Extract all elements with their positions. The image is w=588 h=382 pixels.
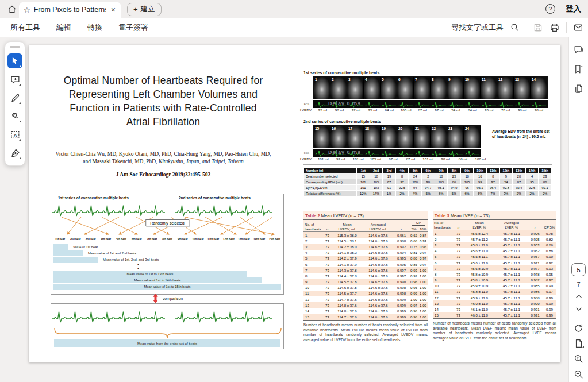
cell: 0.96 xyxy=(418,244,428,249)
pen-icon xyxy=(10,92,21,103)
cell: 0.96 xyxy=(409,279,418,285)
rotate-view-button[interactable] xyxy=(573,323,584,334)
cell: 4 xyxy=(303,250,323,256)
bookmarks-panel-button[interactable] xyxy=(573,64,584,75)
next-page-button[interactable] xyxy=(574,305,583,313)
document-viewport[interactable]: Optimal Number of Heartbeats Required fo… xyxy=(0,37,568,382)
comparison-row: comparison xyxy=(51,294,284,303)
menu-item-2[interactable]: 轉換 xyxy=(87,22,102,33)
lvedv-value: 98 mL xyxy=(437,157,455,161)
beat-label: 5th beat xyxy=(114,238,129,241)
search-button[interactable] xyxy=(510,22,520,32)
zoom-in-button[interactable] xyxy=(573,353,584,364)
cell: 0.99 xyxy=(543,306,556,312)
page-thumbnails-button[interactable] xyxy=(573,83,584,94)
print-button[interactable] xyxy=(549,22,560,33)
cell: 114.7 ± 37.6 xyxy=(332,296,363,302)
row-label: Corresponding EDV (mL) xyxy=(304,179,357,185)
cell: 97 xyxy=(395,179,409,185)
beats-table-row: Σ[n=1,n]EDV/n1011039192.59494.796.194.99… xyxy=(304,185,552,191)
menu-item-1[interactable]: 編輯 xyxy=(56,22,71,33)
comment-tool[interactable] xyxy=(7,72,22,87)
cell: 0.98 xyxy=(409,308,418,314)
table-row: 37345.8 ± 11.045.7 ± 11.10.9530.86 xyxy=(433,242,556,248)
table-row: 17345.5 ± 12.445.7 ± 11.10.9060.78 xyxy=(433,230,556,237)
highlight-tool[interactable] xyxy=(7,90,22,105)
bookmark-icon xyxy=(573,64,584,75)
lvedv-value: 67 mL xyxy=(385,157,402,161)
document-tab[interactable]: ☆ From Pixels to Patterns... × xyxy=(19,2,121,18)
cell: 0.994 xyxy=(394,250,409,256)
fill-sign-tool[interactable] xyxy=(7,145,22,160)
beat-number: 4 xyxy=(365,78,367,82)
authors-line2: and Masaaki Takeuchi, MD, PhD, Kitakyush… xyxy=(29,158,298,165)
lvedv-value: 100 mL xyxy=(472,157,490,161)
favorite-star-icon[interactable]: ☆ xyxy=(24,6,30,14)
home-button[interactable] xyxy=(5,2,20,17)
tab-close-icon[interactable]: × xyxy=(110,6,117,14)
menu-items: 所有工具編輯轉換電子簽署 xyxy=(10,18,148,37)
sign-in-button[interactable]: 登入 xyxy=(566,4,581,14)
select-tool[interactable] xyxy=(7,53,22,68)
stair-row: Mean value of 1st to 15th beats xyxy=(51,284,283,290)
ecg-trace xyxy=(51,307,285,327)
help-icon[interactable]: ? xyxy=(545,4,555,14)
ecg-strip-2: Delay 0 ms xyxy=(313,149,481,157)
email-button[interactable] xyxy=(573,22,583,33)
cell: 0.953 xyxy=(528,242,543,248)
comments-panel-button[interactable] xyxy=(573,44,584,55)
cell: 2% xyxy=(395,191,409,196)
cell: 0.977 xyxy=(528,265,543,271)
ecg-strip-1: Delay 0 ms xyxy=(313,100,548,108)
ecg-label: ECG xyxy=(304,103,309,106)
panel-drag-handle[interactable] xyxy=(10,46,20,48)
echo-frame: 19 xyxy=(381,126,397,148)
previous-page-button[interactable] xyxy=(574,292,583,300)
cell: 73 xyxy=(323,302,332,308)
cell: 0.68 xyxy=(409,238,418,244)
lvedv-value: 95 mL xyxy=(315,108,332,112)
cell: 73 xyxy=(454,289,463,295)
cell: 92.1 xyxy=(539,185,552,191)
cell: 45.7 ± 11.1 xyxy=(495,306,528,312)
cell: 18 xyxy=(435,173,448,179)
beat-label: 6th beat xyxy=(129,238,144,241)
cell: 2 xyxy=(433,236,454,242)
cell: 73 xyxy=(454,248,463,254)
find-tools-label[interactable]: 尋找文字或工具 xyxy=(451,22,504,33)
page-number-input[interactable] xyxy=(571,263,586,276)
new-tab-button[interactable]: + 建立 xyxy=(127,3,162,16)
cell: 114.2 ± 37.9 xyxy=(332,256,363,261)
cell: 8 xyxy=(395,173,409,179)
cell: 73 xyxy=(454,271,463,277)
cell: 45.7 ± 11.1 xyxy=(495,260,528,265)
cell: 100 xyxy=(409,179,422,185)
menu-item-0[interactable]: 所有工具 xyxy=(10,22,40,33)
table2: Table 2 Mean LVEDV (n = 73) No. ofheartb… xyxy=(303,211,428,343)
lasso-icon xyxy=(10,111,21,122)
table-row: 97345.8 ± 10.945.7 ± 11.10.9820.97 xyxy=(433,277,556,283)
column-header: 1st xyxy=(357,168,370,173)
cell: 6 xyxy=(303,261,323,267)
beats-table-row: Corresponding EDV (mL)101105679710098105… xyxy=(304,179,552,185)
beat-number: 3 xyxy=(348,78,351,82)
text-select-tool[interactable]: A xyxy=(7,127,22,142)
save-button[interactable] xyxy=(533,22,543,33)
cell: 0.986 xyxy=(528,289,543,295)
cell: 114.6 ± 37.6 xyxy=(363,314,394,321)
zoom-out-button[interactable] xyxy=(573,369,584,380)
draw-tool[interactable] xyxy=(7,109,22,124)
table3-title: Table 3 Mean LVEF (n = 73) xyxy=(433,211,556,220)
table-row: 87345.8 ± 10.945.7 ± 11.10.9780.95 xyxy=(433,271,556,277)
lvedv-value: 98 mL xyxy=(332,108,348,112)
page-view-button[interactable] xyxy=(574,338,584,349)
table-row: 773114.3 ± 37.8114.6 ± 37.60.9970.931.00 xyxy=(303,267,428,273)
cell: 0.999 xyxy=(394,314,409,321)
table-row: 27345.7 ± 11.245.7 ± 11.10.9250.82 xyxy=(433,236,556,242)
cell: 9 xyxy=(499,173,513,179)
cell: 96.3 xyxy=(474,185,487,191)
cell: 0.78 xyxy=(543,230,556,237)
cell: 0.99 xyxy=(543,283,556,289)
echo-frame: 18 xyxy=(364,126,381,148)
menu-item-3[interactable]: 電子簽署 xyxy=(118,22,148,33)
